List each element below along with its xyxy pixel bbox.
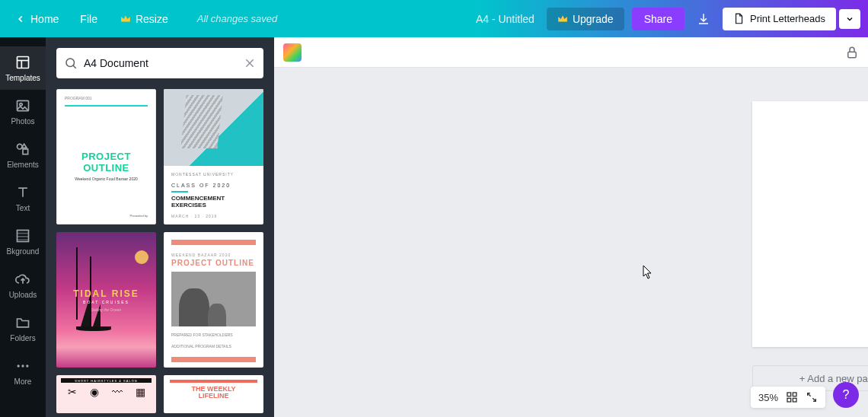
close-icon [244,57,256,69]
more-icon [14,358,31,374]
clear-search-button[interactable] [244,57,256,69]
file-menu[interactable]: File [69,8,108,30]
resize-button[interactable]: Resize [111,8,177,30]
template-card[interactable]: THE WEEKLY LIFELINE [164,375,263,413]
rail-photos[interactable]: Photos [0,90,46,133]
grid-icon [786,391,798,403]
rail-uploads[interactable]: Uploads [0,263,46,307]
crown-icon [120,14,131,24]
template-title: PROJECT OUTLINE [171,259,256,267]
svg-line-12 [73,65,76,68]
template-pretitle: PROGRAM 001 [65,96,148,100]
svg-point-9 [21,364,24,367]
template-title: TIDAL RISE [73,288,139,299]
template-image [164,89,263,166]
fullscreen-icon [806,391,818,403]
template-tagline: Sailing the Ocean [91,307,121,312]
print-button[interactable]: Print Letterheads [723,8,836,30]
rail-label: Folders [10,334,35,342]
rail-label: More [14,377,32,386]
rail-text[interactable]: Text [0,177,46,220]
template-footer: Presented by [65,214,148,218]
template-title: OUTLINE [65,163,148,173]
crown-icon [557,14,568,24]
rail-label: Bkground [7,247,40,256]
rail-templates[interactable]: Templates [0,46,46,90]
rail-label: Text [16,204,30,212]
search-bar [56,48,263,78]
rail-folders[interactable]: Folders [0,307,46,350]
color-picker-button[interactable] [283,43,302,62]
search-input[interactable] [84,57,238,69]
rail-background[interactable]: Bkground [0,220,46,263]
template-footer: PREPARED FOR STAKEHOLDERS [171,333,256,338]
templates-panel: PROGRAM 001 PROJECT OUTLINE Weekend Orga… [46,37,274,417]
rail-label: Templates [5,74,40,82]
cursor-icon [643,265,653,280]
zoom-controls: 35% [751,387,825,408]
svg-rect-15 [848,52,857,58]
resize-label: Resize [136,13,168,25]
template-strip: SHORT HAIRSTYLES & SALON [61,378,152,383]
template-card[interactable]: WEEKEND BAZAAR 2020 PROJECT OUTLINE PREP… [164,232,263,368]
template-subtitle: Weekend Organic Food Bazaar 2020 [65,177,148,181]
download-icon [697,12,710,26]
svg-point-8 [18,364,20,367]
template-footer: ADDITIONAL PROGRAM DETAILS [171,344,256,349]
svg-point-11 [66,59,75,67]
folders-icon [14,314,31,331]
templates-icon [14,54,31,71]
rail-more[interactable]: More [0,350,46,393]
topbar-left: Home File Resize All changes saved [0,8,277,30]
chevron-left-icon [15,14,26,24]
print-label: Print Letterheads [750,13,825,24]
top-bar: Home File Resize All changes saved A4 - … [0,0,868,37]
template-card[interactable]: PROGRAM 001 PROJECT OUTLINE Weekend Orga… [56,89,156,224]
canvas-page[interactable] [752,101,868,347]
template-title: LIFELINE [170,393,257,399]
template-card[interactable]: MONTESSAT UNIVERSITY CLASS OF 2020 COMME… [164,89,263,224]
fullscreen-button[interactable] [806,391,818,403]
document-icon [733,13,744,25]
svg-rect-19 [787,398,791,402]
template-subtitle: BOAT CRUISES [83,300,129,304]
template-image [171,272,256,326]
text-icon [14,184,31,201]
svg-rect-17 [787,393,791,396]
help-button[interactable]: ? [833,382,859,408]
canvas-stage[interactable]: + Add a new page 35% ? [274,68,868,417]
canvas-toolbar [274,37,868,68]
download-button[interactable] [692,8,715,30]
home-label: Home [30,13,59,25]
share-button[interactable]: Share [632,8,685,30]
template-card[interactable]: TIDAL RISE BOAT CRUISES Sailing the Ocea… [56,232,156,368]
svg-rect-0 [18,57,29,68]
save-status: All changes saved [197,13,278,24]
rail-label: Uploads [9,291,37,299]
rail-label: Photos [11,117,34,126]
template-date: MARCH · 23 · 2019 [171,214,256,218]
background-icon [14,228,31,244]
svg-rect-6 [23,149,28,154]
document-title[interactable]: A4 - Untitled [476,13,535,25]
zoom-level[interactable]: 35% [758,392,778,403]
print-dropdown[interactable] [839,9,860,29]
home-button[interactable]: Home [8,8,66,30]
elements-icon [14,141,31,158]
topbar-right: A4 - Untitled Upgrade Share Print Letter… [476,8,868,30]
canvas-area: + Add a new page 35% ? [274,37,868,417]
photos-icon [14,97,31,114]
rail-elements[interactable]: Elements [0,133,46,177]
template-grid: PROGRAM 001 PROJECT OUTLINE Weekend Orga… [56,89,263,413]
template-label: CLASS OF 2020 [171,183,256,188]
boat-graphic [70,308,114,331]
template-title: PROJECT [65,151,148,162]
template-title: EXERCISES [171,202,256,209]
upgrade-button[interactable]: Upgrade [547,8,624,30]
grid-view-button[interactable] [786,391,798,403]
uploads-icon [14,271,31,288]
svg-rect-18 [793,393,796,396]
template-icons: ✂◉〰▦ [61,386,152,398]
lock-button[interactable] [845,46,859,59]
template-card[interactable]: SHORT HAIRSTYLES & SALON ✂◉〰▦ [56,375,156,413]
